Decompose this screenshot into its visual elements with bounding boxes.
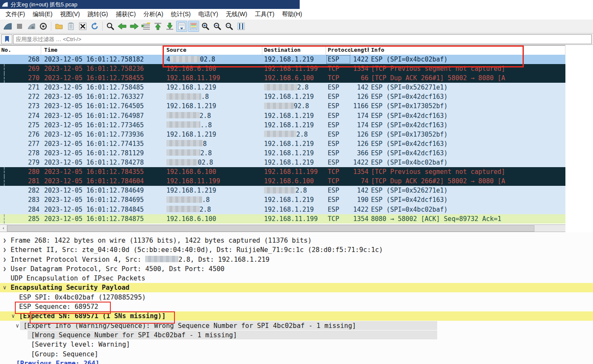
filter-bookmark-button[interactable] <box>1 34 12 44</box>
shark-fin-icon <box>3 22 12 30</box>
packet-no: 285 <box>0 214 41 224</box>
horizontal-scrollbar[interactable]: ‹ <box>0 224 565 232</box>
menu-item-10[interactable]: 帮助(H) <box>278 9 306 20</box>
close-file-button[interactable] <box>77 21 88 32</box>
menu-item-6[interactable]: 统计(S) <box>167 9 195 20</box>
colorize-packets-button[interactable] <box>188 21 199 32</box>
resize-columns-button[interactable] <box>236 21 247 32</box>
packet-row[interactable]: 275 2023-12-05 16:01:12.773465 ..8 192.1… <box>0 120 565 130</box>
packet-row[interactable]: 280 2023-12-05 16:01:12.784355 192.168.6… <box>0 167 565 176</box>
packet-row[interactable]: 277 2023-12-05 16:01:12.774135 8 192.168… <box>0 139 565 148</box>
column-header-destination[interactable]: Destination <box>262 46 326 55</box>
packet-row[interactable]: 269 2023-12-05 16:01:12.758236 192.168.6… <box>0 64 565 73</box>
packet-length: 1422 <box>351 205 369 214</box>
detail-line[interactable]: ∨ Encapsulating Security Payload <box>0 283 593 292</box>
packet-protocol: TCP <box>326 167 351 176</box>
menu-bar: 文件(F)编辑(E)视图(V)跳转(G)捕获(C)分析(A)统计(S)电话(Y)… <box>0 9 593 20</box>
scrollbar-thumb[interactable] <box>7 225 534 232</box>
packet-info: ESP (SPI=0x42dcf163) <box>369 148 565 158</box>
menu-item-4[interactable]: 捕获(C) <box>112 9 139 20</box>
menu-item-7[interactable]: 电话(Y) <box>194 9 222 20</box>
detail-line[interactable]: ESP SPI: 0x4bc02baf (1270885295) <box>0 293 593 302</box>
title-bar[interactable]: 分支eg (in+out) 抓包5.pcap <box>0 0 300 9</box>
packet-row[interactable]: 271 2023-12-05 16:01:12.758485 192.168.1… <box>0 83 565 92</box>
packet-destination: 2.8 <box>262 130 326 139</box>
detail-line[interactable]: ❯ Internet Protocol Version 4, Src: 2.8,… <box>0 255 593 264</box>
packet-protocol: ESP <box>326 139 351 148</box>
go-first-packet-button[interactable] <box>152 21 163 32</box>
restart-capture-button[interactable] <box>26 21 37 32</box>
packet-row[interactable]: 274 2023-12-05 16:01:12.764987 2.8 192.1… <box>0 111 565 120</box>
detail-line[interactable]: ESP Sequence: 689572 <box>0 302 593 311</box>
packet-protocol: TCP <box>326 64 351 73</box>
packet-row[interactable]: 285 2023-12-05 16:01:12.784875 192.168.6… <box>0 214 565 224</box>
menu-item-0[interactable]: 文件(F) <box>2 9 29 20</box>
detail-text: UDP Encapsulation of IPsec Packets <box>0 274 145 282</box>
censored-ip-blur <box>166 121 200 128</box>
packet-destination: 192.168.11.199 <box>262 214 326 224</box>
detail-line[interactable]: [Wrong Sequence Number for SPI 4bc02baf … <box>0 330 593 340</box>
menu-item-2[interactable]: 视图(V) <box>56 9 84 20</box>
menu-item-8[interactable]: 无线(W) <box>222 9 251 20</box>
start-capture-button[interactable] <box>2 21 13 32</box>
packet-destination: 192.168.11.199 <box>262 64 326 73</box>
detail-line[interactable]: UDP Encapsulation of IPsec Packets <box>0 274 593 283</box>
packet-row[interactable]: 279 2023-12-05 16:01:12.784278 02.8 192.… <box>0 158 565 167</box>
display-filter-input[interactable] <box>13 34 592 44</box>
censored-ip-blur <box>166 159 198 165</box>
packet-length: 126 <box>351 139 369 148</box>
packet-row[interactable]: 272 2023-12-05 16:01:12.763327 .8 192.16… <box>0 92 565 101</box>
packet-row[interactable]: 268 2023-12-05 16:01:12.758182 402.8 192… <box>0 55 565 64</box>
packet-row[interactable]: 283 2023-12-05 16:01:12.784695 .8 192.16… <box>0 195 565 204</box>
column-header-no[interactable]: No. <box>0 46 41 55</box>
column-header-protocol[interactable]: Protocol <box>326 46 351 55</box>
packet-no: 280 <box>0 167 41 176</box>
packet-row[interactable]: 278 2023-12-05 16:01:12.781129 2.8 192.1… <box>0 148 565 158</box>
detail-line[interactable]: [Severity level: Warning] <box>0 340 593 349</box>
packet-info: [TCP Previous segment not captured] <box>369 64 565 73</box>
packet-row[interactable]: 273 2023-12-05 16:01:12.764505 192.168.1… <box>0 101 565 111</box>
column-header-time[interactable]: Time <box>41 46 163 55</box>
detail-line[interactable]: ❯ Ethernet II, Src: zte_04:40:0d (5c:bb:… <box>0 245 593 255</box>
reload-file-button[interactable] <box>89 21 100 32</box>
go-forward-button[interactable] <box>129 21 140 32</box>
zoom-reset-button[interactable] <box>224 21 235 32</box>
go-back-button[interactable] <box>117 21 128 32</box>
find-packet-button[interactable] <box>105 21 116 32</box>
auto-scroll-button[interactable] <box>176 21 187 32</box>
packet-row[interactable]: 276 2023-12-05 16:01:12.773936 192.168.1… <box>0 130 565 139</box>
menu-item-3[interactable]: 跳转(G) <box>84 9 112 20</box>
packet-row[interactable]: 270 2023-12-05 16:01:12.758455 192.168.1… <box>0 73 565 83</box>
packet-destination: 192.168.1.219 <box>262 205 326 214</box>
detail-text: [Severity level: Warning] <box>0 341 130 348</box>
column-header-info[interactable]: Info <box>369 46 565 55</box>
detail-line[interactable]: ❯ Frame 268: 1422 bytes on wire (11376 b… <box>0 236 593 245</box>
stop-square-icon <box>16 22 23 30</box>
packet-row[interactable]: 281 2023-12-05 16:01:12.784604 192.168.1… <box>0 176 565 186</box>
detail-line[interactable]: [Previous Frame: 264] <box>0 359 593 364</box>
packet-length: 1422 <box>351 158 369 167</box>
menu-item-5[interactable]: 分析(A) <box>140 9 167 20</box>
scroll-left-button[interactable]: ‹ <box>0 225 7 232</box>
menu-item-9[interactable]: 工具(T) <box>251 9 278 20</box>
packet-source: 402.8 <box>163 55 262 64</box>
detail-line[interactable]: ❯ User Datagram Protocol, Src Port: 4500… <box>0 264 593 274</box>
detail-line[interactable]: ∨ [Expected SN: 689571 (1 SNs missing)] <box>0 311 593 321</box>
column-header-source[interactable]: Source <box>163 46 262 55</box>
magnifier-icon <box>106 22 115 31</box>
packet-row[interactable]: 284 2023-12-05 16:01:12.784845 2.8 192.1… <box>0 205 565 214</box>
zoom-in-button[interactable] <box>200 21 211 32</box>
menu-item-1[interactable]: 编辑(E) <box>29 9 56 20</box>
detail-line[interactable]: ∨ [Expert Info (Warning/Sequence): Wrong… <box>0 321 593 330</box>
go-last-packet-button[interactable] <box>164 21 175 32</box>
packet-row[interactable]: 282 2023-12-05 16:01:12.784649 192.168.1… <box>0 186 565 195</box>
capture-options-button[interactable] <box>38 21 49 32</box>
packet-no: 268 <box>0 55 41 64</box>
stop-capture-button[interactable] <box>14 21 25 32</box>
save-file-button[interactable] <box>65 21 76 32</box>
detail-line[interactable]: [Group: Sequence] <box>0 350 593 359</box>
open-file-button[interactable] <box>53 21 65 32</box>
zoom-out-button[interactable] <box>212 21 223 32</box>
column-header-length[interactable]: Length <box>351 46 369 55</box>
go-to-packet-button[interactable] <box>141 21 152 32</box>
